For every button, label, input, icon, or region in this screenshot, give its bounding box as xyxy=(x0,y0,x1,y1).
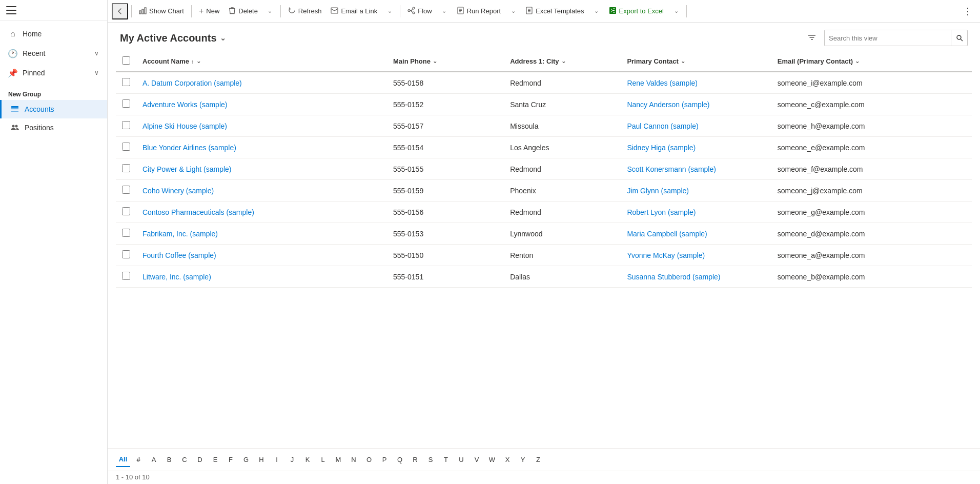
account-name-cell[interactable]: Alpine Ski House (sample) xyxy=(136,115,387,137)
filter-button[interactable] xyxy=(804,30,820,46)
main-phone-filter-icon[interactable]: ⌄ xyxy=(433,58,437,65)
primary-contact-filter-icon[interactable]: ⌄ xyxy=(681,58,685,65)
new-button[interactable]: + New xyxy=(195,3,223,19)
show-chart-button[interactable]: Show Chart xyxy=(135,3,188,19)
col-header-email[interactable]: Email (Primary Contact) ⌄ xyxy=(771,51,972,72)
flow-chevron[interactable]: ⌄ xyxy=(437,3,452,19)
run-report-chevron[interactable]: ⌄ xyxy=(506,3,520,19)
delete-chevron[interactable]: ⌄ xyxy=(263,3,277,19)
sidebar-item-accounts[interactable]: Accounts xyxy=(0,100,107,118)
table-row[interactable]: Fourth Coffee (sample) 555-0150 Renton Y… xyxy=(116,245,972,266)
city-filter-icon[interactable]: ⌄ xyxy=(561,58,566,65)
row-checkbox-7[interactable] xyxy=(122,229,130,237)
sidebar-item-positions[interactable]: Positions xyxy=(0,118,107,137)
select-all-checkbox[interactable] xyxy=(122,56,130,65)
sidebar-item-pinned[interactable]: 📌 Pinned ∨ xyxy=(0,63,107,83)
excel-templates-button[interactable]: Excel Templates xyxy=(521,3,588,19)
export-excel-button[interactable]: Export to Excel xyxy=(605,3,668,19)
export-excel-chevron[interactable]: ⌄ xyxy=(669,3,683,19)
search-button[interactable] xyxy=(951,30,967,46)
table-row[interactable]: A. Datum Corporation (sample) 555-0158 R… xyxy=(116,72,972,94)
row-checkbox-6[interactable] xyxy=(122,207,130,215)
row-checkbox-0[interactable] xyxy=(122,78,130,86)
alpha-btn-v[interactable]: V xyxy=(469,453,484,467)
primary-contact-cell[interactable]: Jim Glynn (sample) xyxy=(621,180,771,201)
alpha-btn-k[interactable]: K xyxy=(300,453,315,467)
primary-contact-cell[interactable]: Paul Cannon (sample) xyxy=(621,115,771,137)
alpha-btn-h[interactable]: H xyxy=(254,453,269,467)
table-row[interactable]: City Power & Light (sample) 555-0155 Red… xyxy=(116,158,972,180)
alpha-btn-z[interactable]: Z xyxy=(531,453,545,467)
alpha-btn-a[interactable]: A xyxy=(147,453,161,467)
alpha-btn-g[interactable]: G xyxy=(239,453,253,467)
account-name-cell[interactable]: Contoso Pharmaceuticals (sample) xyxy=(136,201,387,223)
sidebar-item-recent[interactable]: 🕐 Recent ∨ xyxy=(0,44,107,63)
alpha-btn-r[interactable]: R xyxy=(408,453,422,467)
alpha-btn-u[interactable]: U xyxy=(454,453,468,467)
search-input[interactable] xyxy=(825,34,951,42)
alpha-btn-n[interactable]: N xyxy=(346,453,361,467)
table-row[interactable]: Alpine Ski House (sample) 555-0157 Misso… xyxy=(116,115,972,137)
alpha-btn-j[interactable]: J xyxy=(285,453,299,467)
alpha-btn-e[interactable]: E xyxy=(208,453,222,467)
alpha-btn-p[interactable]: P xyxy=(377,453,392,467)
refresh-button[interactable]: Refresh xyxy=(284,3,326,19)
more-button[interactable]: ⋮ xyxy=(959,3,976,19)
primary-contact-cell[interactable]: Rene Valdes (sample) xyxy=(621,72,771,94)
alpha-btn-o[interactable]: O xyxy=(362,453,376,467)
alpha-btn-i[interactable]: I xyxy=(270,453,284,467)
excel-templates-chevron[interactable]: ⌄ xyxy=(589,3,604,19)
account-name-cell[interactable]: A. Datum Corporation (sample) xyxy=(136,72,387,94)
row-checkbox-4[interactable] xyxy=(122,164,130,172)
row-checkbox-8[interactable] xyxy=(122,250,130,258)
account-name-cell[interactable]: Fourth Coffee (sample) xyxy=(136,245,387,266)
alpha-btn-all[interactable]: All xyxy=(116,453,130,467)
table-row[interactable]: Contoso Pharmaceuticals (sample) 555-015… xyxy=(116,201,972,223)
alpha-btn-m[interactable]: M xyxy=(331,453,345,467)
alpha-btn-w[interactable]: W xyxy=(485,453,499,467)
table-row[interactable]: Fabrikam, Inc. (sample) 555-0153 Lynnwoo… xyxy=(116,223,972,245)
table-row[interactable]: Adventure Works (sample) 555-0152 Santa … xyxy=(116,94,972,115)
account-name-filter-icon[interactable]: ⌄ xyxy=(196,58,201,65)
table-row[interactable]: Blue Yonder Airlines (sample) 555-0154 L… xyxy=(116,137,972,158)
account-name-cell[interactable]: Blue Yonder Airlines (sample) xyxy=(136,137,387,158)
sidebar-item-home[interactable]: ⌂ Home xyxy=(0,24,107,44)
alpha-btn-b[interactable]: B xyxy=(162,453,176,467)
alpha-btn-t[interactable]: T xyxy=(439,453,453,467)
account-name-cell[interactable]: Fabrikam, Inc. (sample) xyxy=(136,223,387,245)
table-row[interactable]: Litware, Inc. (sample) 555-0151 Dallas S… xyxy=(116,266,972,288)
email-chevron[interactable]: ⌄ xyxy=(382,3,397,19)
alpha-btn-f[interactable]: F xyxy=(223,453,238,467)
row-checkbox-9[interactable] xyxy=(122,272,130,280)
col-header-city[interactable]: Address 1: City ⌄ xyxy=(504,51,621,72)
primary-contact-cell[interactable]: Susanna Stubberod (sample) xyxy=(621,266,771,288)
account-name-cell[interactable]: Adventure Works (sample) xyxy=(136,94,387,115)
alpha-btn-x[interactable]: X xyxy=(500,453,515,467)
alpha-btn-#[interactable]: # xyxy=(131,453,146,467)
col-header-main-phone[interactable]: Main Phone ⌄ xyxy=(387,51,504,72)
col-header-account-name[interactable]: Account Name ↑ ⌄ xyxy=(136,51,387,72)
alpha-btn-c[interactable]: C xyxy=(177,453,192,467)
primary-contact-cell[interactable]: Robert Lyon (sample) xyxy=(621,201,771,223)
hamburger-icon[interactable] xyxy=(6,5,16,15)
primary-contact-cell[interactable]: Scott Konersmann (sample) xyxy=(621,158,771,180)
primary-contact-cell[interactable]: Maria Campbell (sample) xyxy=(621,223,771,245)
account-name-cell[interactable]: Coho Winery (sample) xyxy=(136,180,387,201)
email-link-button[interactable]: Email a Link xyxy=(326,3,381,19)
row-checkbox-1[interactable] xyxy=(122,99,130,108)
alpha-btn-y[interactable]: Y xyxy=(516,453,530,467)
alpha-btn-d[interactable]: D xyxy=(193,453,207,467)
primary-contact-cell[interactable]: Yvonne McKay (sample) xyxy=(621,245,771,266)
alpha-btn-q[interactable]: Q xyxy=(393,453,407,467)
flow-button[interactable]: Flow xyxy=(403,3,436,19)
back-button[interactable] xyxy=(112,3,128,19)
alpha-btn-s[interactable]: S xyxy=(423,453,438,467)
run-report-button[interactable]: Run Report xyxy=(453,3,505,19)
alpha-btn-l[interactable]: L xyxy=(316,453,330,467)
primary-contact-cell[interactable]: Sidney Higa (sample) xyxy=(621,137,771,158)
row-checkbox-3[interactable] xyxy=(122,143,130,151)
row-checkbox-5[interactable] xyxy=(122,186,130,194)
delete-button[interactable]: Delete xyxy=(224,3,262,19)
email-filter-icon[interactable]: ⌄ xyxy=(855,58,860,65)
primary-contact-cell[interactable]: Nancy Anderson (sample) xyxy=(621,94,771,115)
